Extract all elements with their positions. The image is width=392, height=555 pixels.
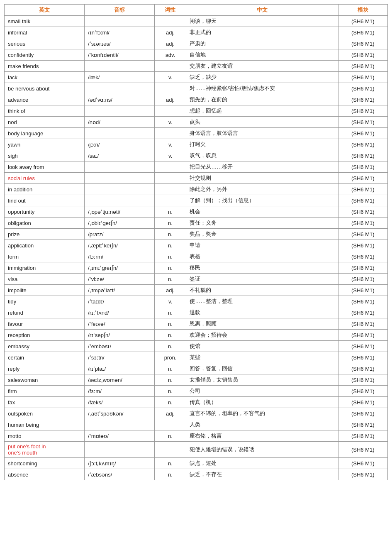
cell-phonetic: /rɪˈsepʃn/	[85, 330, 155, 341]
cell-module: (SH6 M1)	[338, 330, 387, 341]
cell-phonetic: /ˌɒpəˈtjuːnəti/	[85, 206, 155, 218]
cell-module: (SH6 M1)	[338, 105, 387, 117]
cell-module: (SH6 M1)	[338, 341, 387, 352]
cell-module: (SH6 M1)	[338, 49, 387, 61]
cell-chinese: 叹气，叹息	[186, 150, 338, 161]
cell-phonetic	[85, 16, 155, 27]
cell-module: (SH6 M1)	[338, 16, 387, 27]
table-row: body language身体语言，肢体语言(SH6 M1)	[5, 128, 388, 139]
cell-english: obligation	[5, 218, 85, 229]
cell-pos: v.	[154, 150, 186, 161]
cell-module: (SH6 M1)	[338, 195, 387, 206]
cell-phonetic: /ˈfeɪvə/	[85, 318, 155, 330]
cell-module: (SH6 M1)	[338, 150, 387, 161]
cell-module: (SH6 M1)	[338, 430, 387, 442]
cell-phonetic: /fɔːrm/	[85, 251, 155, 262]
cell-pos	[154, 105, 186, 117]
cell-module: (SH6 M1)	[338, 352, 387, 363]
cell-phonetic: /ʃɔːtˌkʌmɪŋ/	[85, 458, 155, 469]
cell-pos: v.	[154, 139, 186, 150]
cell-english: lack	[5, 72, 85, 83]
cell-pos: adj.	[154, 38, 186, 49]
cell-module: (SH6 M1)	[338, 229, 387, 240]
cell-module: (SH6 M1)	[338, 218, 387, 229]
cell-phonetic: /fæks/	[85, 397, 155, 408]
cell-chinese: 缺乏，缺少	[186, 72, 338, 83]
cell-chinese: 移民	[186, 262, 338, 274]
cell-chinese: 把目光从……移开	[186, 161, 338, 173]
cell-phonetic: /ˈtaɪdɪ/	[85, 296, 155, 307]
cell-pos: n.	[154, 274, 186, 285]
cell-english: sigh	[5, 150, 85, 161]
cell-pos: n.	[154, 363, 186, 374]
cell-pos: adj.	[154, 94, 186, 105]
cell-phonetic: /ˈsɜːtn/	[85, 352, 155, 363]
cell-module: (SH6 M1)	[338, 296, 387, 307]
cell-module: (SH6 M1)	[338, 161, 387, 173]
table-row: immigration/ˌɪmɪˈɡreɪʃn/n. 移民(SH6 M1)	[5, 262, 388, 274]
cell-pos: n.	[154, 240, 186, 251]
cell-phonetic: /fɜːm/	[85, 386, 155, 397]
cell-phonetic	[85, 105, 155, 117]
cell-pos: n.	[154, 229, 186, 240]
table-row: yawn/jɔːn/v.打呵欠(SH6 M1)	[5, 139, 388, 150]
cell-chinese: 责任；义务	[186, 218, 338, 229]
cell-pos: adj.	[154, 27, 186, 38]
table-row: reply/rɪˈplaɪ/n.回答，答复，回信(SH6 M1)	[5, 363, 388, 374]
table-row: visa/ˈviːzə/n.签证(SH6 M1)	[5, 274, 388, 285]
cell-chinese: 打呵欠	[186, 139, 338, 150]
cell-module: (SH6 M1)	[338, 469, 387, 480]
cell-module: (SH6 M1)	[338, 274, 387, 285]
cell-chinese: 缺乏，不存在	[186, 469, 338, 480]
cell-pos: n.	[154, 458, 186, 469]
table-row: in addition除此之外，另外(SH6 M1)	[5, 184, 388, 195]
cell-pos: n.	[154, 218, 186, 229]
cell-english: find out	[5, 195, 85, 206]
cell-chinese: 点头	[186, 117, 338, 128]
cell-module: (SH6 M1)	[338, 307, 387, 318]
cell-phonetic	[85, 128, 155, 139]
cell-english: immigration	[5, 262, 85, 274]
cell-module: (SH6 M1)	[338, 419, 387, 430]
cell-module: (SH6 M1)	[338, 206, 387, 218]
cell-module: (SH6 M1)	[338, 374, 387, 386]
table-row: think of想起，回忆起(SH6 M1)	[5, 105, 388, 117]
cell-module: (SH6 M1)	[338, 184, 387, 195]
cell-pos: n.	[154, 251, 186, 262]
table-row: impolite/ˌɪmpəˈlaɪt/adj.不礼貌的(SH6 M1)	[5, 285, 388, 296]
cell-phonetic	[85, 195, 155, 206]
cell-chinese: 严肃的	[186, 38, 338, 49]
cell-phonetic	[85, 442, 155, 458]
cell-chinese: 签证	[186, 274, 338, 285]
cell-phonetic: /rɪːˈfʌnd/	[85, 307, 155, 318]
cell-phonetic: /nɒd/	[85, 117, 155, 128]
cell-pos	[154, 83, 186, 94]
cell-english: tidy	[5, 296, 85, 307]
header-chinese: 中文	[186, 5, 338, 16]
cell-pos	[154, 61, 186, 72]
table-row: nod/nɒd/v.点头(SH6 M1)	[5, 117, 388, 128]
cell-english: put one's foot inone's mouth	[5, 442, 85, 458]
cell-english: look away from	[5, 161, 85, 173]
cell-chinese: 社交规则	[186, 173, 338, 184]
cell-english: nod	[5, 117, 85, 128]
cell-pos	[154, 173, 186, 184]
cell-english: in addition	[5, 184, 85, 195]
cell-pos: n.	[154, 341, 186, 352]
cell-english: impolite	[5, 285, 85, 296]
table-row: shortcoming/ʃɔːtˌkʌmɪŋ/n.缺点，短处(SH6 M1)	[5, 458, 388, 469]
cell-pos	[154, 419, 186, 430]
cell-pos	[154, 128, 186, 139]
cell-chinese: 奖品，奖金	[186, 229, 338, 240]
cell-chinese: 预先的，在前的	[186, 94, 338, 105]
cell-chinese: 欢迎会；招待会	[186, 330, 338, 341]
table-row: application/ˌæplɪˈkeɪʃn/n.申请(SH6 M1)	[5, 240, 388, 251]
cell-english: body language	[5, 128, 85, 139]
cell-pos: n.	[154, 374, 186, 386]
table-row: motto/ˈmɒtəʊ/n.座右铭，格言(SH6 M1)	[5, 430, 388, 442]
cell-pos	[154, 184, 186, 195]
cell-module: (SH6 M1)	[338, 240, 387, 251]
cell-chinese: 公司	[186, 386, 338, 397]
table-row: obligation/ˌɒblɪˈɡeɪʃn/n.责任；义务(SH6 M1)	[5, 218, 388, 229]
cell-english: refund	[5, 307, 85, 318]
